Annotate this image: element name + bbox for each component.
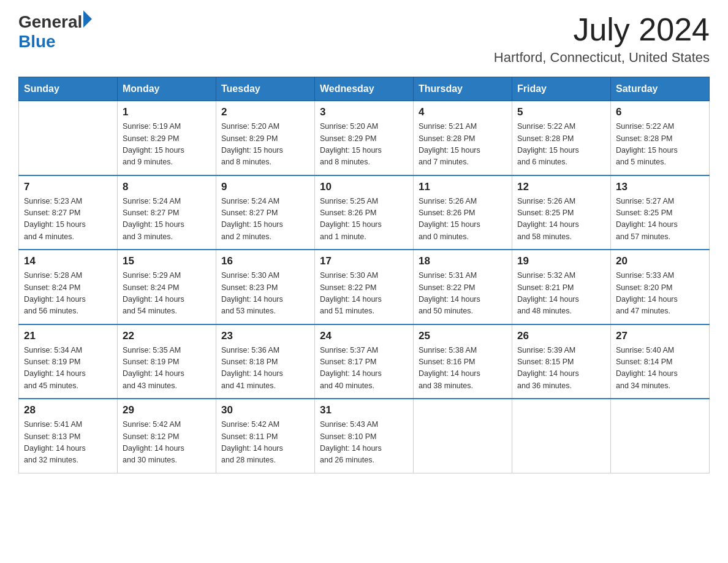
logo: General Blue [18,12,92,52]
day-info: Sunrise: 5:35 AM Sunset: 8:19 PM Dayligh… [123,345,211,393]
day-info: Sunrise: 5:41 AM Sunset: 8:13 PM Dayligh… [24,419,112,467]
calendar-cell: 11Sunrise: 5:26 AM Sunset: 8:26 PM Dayli… [414,175,512,250]
day-number: 11 [419,181,507,193]
calendar-cell: 23Sunrise: 5:36 AM Sunset: 8:18 PM Dayli… [216,324,315,399]
logo-blue: Blue [18,32,92,52]
day-info: Sunrise: 5:33 AM Sunset: 8:20 PM Dayligh… [616,270,704,318]
calendar-week-row: 28Sunrise: 5:41 AM Sunset: 8:13 PM Dayli… [19,399,710,473]
day-info: Sunrise: 5:29 AM Sunset: 8:24 PM Dayligh… [123,270,211,318]
calendar-cell: 30Sunrise: 5:42 AM Sunset: 8:11 PM Dayli… [216,399,315,473]
day-info: Sunrise: 5:34 AM Sunset: 8:19 PM Dayligh… [24,345,112,393]
day-number: 13 [616,181,704,193]
day-info: Sunrise: 5:42 AM Sunset: 8:12 PM Dayligh… [123,419,211,467]
day-info: Sunrise: 5:22 AM Sunset: 8:28 PM Dayligh… [517,121,605,169]
calendar-cell: 10Sunrise: 5:25 AM Sunset: 8:26 PM Dayli… [315,175,414,250]
calendar-cell: 26Sunrise: 5:39 AM Sunset: 8:15 PM Dayli… [512,324,611,399]
weekday-header-monday: Monday [118,77,216,101]
day-number: 3 [320,106,408,118]
weekday-header-saturday: Saturday [611,77,710,101]
calendar-cell: 7Sunrise: 5:23 AM Sunset: 8:27 PM Daylig… [19,175,118,250]
calendar-cell: 31Sunrise: 5:43 AM Sunset: 8:10 PM Dayli… [315,399,414,473]
logo-triangle-icon [83,10,92,28]
day-number: 24 [320,330,408,342]
day-info: Sunrise: 5:42 AM Sunset: 8:11 PM Dayligh… [221,419,309,467]
calendar-cell: 15Sunrise: 5:29 AM Sunset: 8:24 PM Dayli… [118,250,216,324]
day-info: Sunrise: 5:30 AM Sunset: 8:22 PM Dayligh… [320,270,408,318]
day-number: 10 [320,181,408,193]
weekday-header-tuesday: Tuesday [216,77,315,101]
day-number: 21 [24,330,112,342]
day-number: 18 [419,255,507,267]
day-info: Sunrise: 5:25 AM Sunset: 8:26 PM Dayligh… [320,196,408,243]
day-number: 17 [320,255,408,267]
day-info: Sunrise: 5:26 AM Sunset: 8:25 PM Dayligh… [517,196,605,243]
day-number: 1 [123,106,211,118]
month-year-title: July 2024 [494,12,710,47]
calendar-week-row: 14Sunrise: 5:28 AM Sunset: 8:24 PM Dayli… [19,250,710,324]
day-number: 14 [24,255,112,267]
day-info: Sunrise: 5:24 AM Sunset: 8:27 PM Dayligh… [123,196,211,243]
day-number: 25 [419,330,507,342]
day-info: Sunrise: 5:30 AM Sunset: 8:23 PM Dayligh… [221,270,309,318]
day-info: Sunrise: 5:39 AM Sunset: 8:15 PM Dayligh… [517,345,605,393]
calendar-cell [611,399,710,473]
weekday-header-sunday: Sunday [19,77,118,101]
title-block: July 2024 Hartford, Connecticut, United … [494,12,710,66]
day-number: 28 [24,404,112,416]
logo-general: General [18,12,82,32]
calendar-cell: 6Sunrise: 5:22 AM Sunset: 8:28 PM Daylig… [611,101,710,175]
calendar-cell: 12Sunrise: 5:26 AM Sunset: 8:25 PM Dayli… [512,175,611,250]
calendar-cell [19,101,118,175]
calendar-cell: 29Sunrise: 5:42 AM Sunset: 8:12 PM Dayli… [118,399,216,473]
calendar-cell: 13Sunrise: 5:27 AM Sunset: 8:25 PM Dayli… [611,175,710,250]
calendar-week-row: 7Sunrise: 5:23 AM Sunset: 8:27 PM Daylig… [19,175,710,250]
day-number: 31 [320,404,408,416]
day-number: 9 [221,181,309,193]
calendar-cell: 3Sunrise: 5:20 AM Sunset: 8:29 PM Daylig… [315,101,414,175]
day-number: 5 [517,106,605,118]
day-number: 19 [517,255,605,267]
day-info: Sunrise: 5:23 AM Sunset: 8:27 PM Dayligh… [24,196,112,243]
day-number: 23 [221,330,309,342]
calendar-cell [414,399,512,473]
day-number: 29 [123,404,211,416]
weekday-header-thursday: Thursday [414,77,512,101]
day-info: Sunrise: 5:24 AM Sunset: 8:27 PM Dayligh… [221,196,309,243]
weekday-header-row: SundayMondayTuesdayWednesdayThursdayFrid… [19,77,710,101]
weekday-header-wednesday: Wednesday [315,77,414,101]
day-info: Sunrise: 5:36 AM Sunset: 8:18 PM Dayligh… [221,345,309,393]
calendar-cell: 21Sunrise: 5:34 AM Sunset: 8:19 PM Dayli… [19,324,118,399]
calendar-cell: 24Sunrise: 5:37 AM Sunset: 8:17 PM Dayli… [315,324,414,399]
day-info: Sunrise: 5:31 AM Sunset: 8:22 PM Dayligh… [419,270,507,318]
day-number: 8 [123,181,211,193]
weekday-header-friday: Friday [512,77,611,101]
calendar-cell: 4Sunrise: 5:21 AM Sunset: 8:28 PM Daylig… [414,101,512,175]
day-number: 15 [123,255,211,267]
day-info: Sunrise: 5:22 AM Sunset: 8:28 PM Dayligh… [616,121,704,169]
day-number: 12 [517,181,605,193]
calendar-week-row: 21Sunrise: 5:34 AM Sunset: 8:19 PM Dayli… [19,324,710,399]
calendar-table: SundayMondayTuesdayWednesdayThursdayFrid… [18,77,710,473]
calendar-cell: 16Sunrise: 5:30 AM Sunset: 8:23 PM Dayli… [216,250,315,324]
calendar-cell: 14Sunrise: 5:28 AM Sunset: 8:24 PM Dayli… [19,250,118,324]
day-info: Sunrise: 5:21 AM Sunset: 8:28 PM Dayligh… [419,121,507,169]
calendar-cell: 20Sunrise: 5:33 AM Sunset: 8:20 PM Dayli… [611,250,710,324]
calendar-cell: 2Sunrise: 5:20 AM Sunset: 8:29 PM Daylig… [216,101,315,175]
day-info: Sunrise: 5:43 AM Sunset: 8:10 PM Dayligh… [320,419,408,467]
day-number: 4 [419,106,507,118]
day-number: 7 [24,181,112,193]
day-number: 16 [221,255,309,267]
calendar-cell: 17Sunrise: 5:30 AM Sunset: 8:22 PM Dayli… [315,250,414,324]
day-info: Sunrise: 5:37 AM Sunset: 8:17 PM Dayligh… [320,345,408,393]
day-info: Sunrise: 5:40 AM Sunset: 8:14 PM Dayligh… [616,345,704,393]
day-info: Sunrise: 5:28 AM Sunset: 8:24 PM Dayligh… [24,270,112,318]
day-number: 26 [517,330,605,342]
calendar-cell: 28Sunrise: 5:41 AM Sunset: 8:13 PM Dayli… [19,399,118,473]
day-info: Sunrise: 5:26 AM Sunset: 8:26 PM Dayligh… [419,196,507,243]
day-info: Sunrise: 5:20 AM Sunset: 8:29 PM Dayligh… [320,121,408,169]
page-header: General Blue July 2024 Hartford, Connect… [18,12,710,66]
calendar-cell: 19Sunrise: 5:32 AM Sunset: 8:21 PM Dayli… [512,250,611,324]
calendar-cell: 8Sunrise: 5:24 AM Sunset: 8:27 PM Daylig… [118,175,216,250]
day-info: Sunrise: 5:38 AM Sunset: 8:16 PM Dayligh… [419,345,507,393]
day-number: 20 [616,255,704,267]
